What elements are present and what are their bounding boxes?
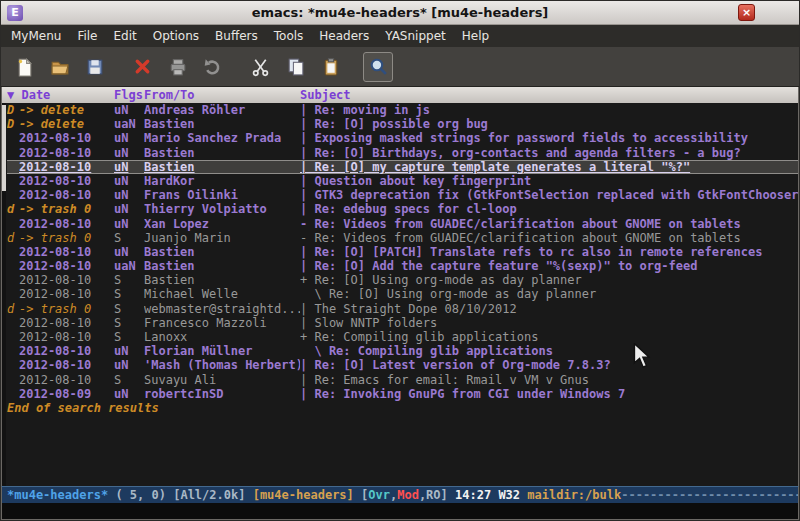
scrollbar-thumb[interactable] xyxy=(2,105,6,191)
date-cell: 2012-08-10 xyxy=(19,217,114,231)
message-row[interactable]: 2012-08-10 uN Mario Sanchez Prada | Expo… xyxy=(7,131,798,145)
message-row[interactable]: 2012-08-10 S Michael Welle \ Re: [O] Usi… xyxy=(7,287,798,301)
message-row[interactable]: 2012-08-10 uN Xan Lopez - Re: Videos fro… xyxy=(7,217,798,231)
subject-cell: | Re: edebug specs for cl-loop xyxy=(300,202,798,216)
subject-cell: + Re: Compiling glib applications xyxy=(300,330,798,344)
close-buffer-button[interactable] xyxy=(127,52,157,82)
menu-options[interactable]: Options xyxy=(145,25,207,47)
message-row[interactable]: 2012-08-10 uN HardKor | Question about k… xyxy=(7,174,798,188)
modeline-white: W32 xyxy=(498,488,527,502)
date-cell: 2012-08-10 xyxy=(19,316,114,330)
message-row[interactable]: 2012-08-10 uN Frans Oilinki | GTK3 depre… xyxy=(7,188,798,202)
modeline-cyan: Ovr xyxy=(368,488,390,502)
undo-button[interactable] xyxy=(197,52,227,82)
title-bar[interactable]: E emacs: *mu4e-headers* [mu4e-headers] × xyxy=(1,1,799,25)
menu-tools[interactable]: Tools xyxy=(266,25,312,47)
flags-cell: uN xyxy=(114,344,144,358)
mark-cell xyxy=(7,316,19,330)
message-row[interactable]: d -> trash 0 S Juanjo Marin - Re: Videos… xyxy=(7,231,798,245)
mark-cell xyxy=(7,259,19,273)
new-file-icon xyxy=(14,56,35,77)
save-button[interactable] xyxy=(79,52,109,82)
date-cell: 2012-08-10 xyxy=(19,146,114,160)
modeline-red: Mod xyxy=(397,488,419,502)
date-cell: 2012-08-10 xyxy=(19,245,114,259)
flags-cell: uN xyxy=(114,131,144,145)
message-row[interactable]: 2012-08-10 uN Bastien | Re: [O] Birthday… xyxy=(7,146,798,160)
copy-button[interactable] xyxy=(280,52,310,82)
new-file-button[interactable] xyxy=(9,52,39,82)
message-row[interactable]: 2012-08-10 uN Bastien | Re: [O] my captu… xyxy=(7,160,798,174)
from-cell: Mario Sanchez Prada xyxy=(144,131,300,145)
message-row[interactable]: 2012-08-10 S Bastien + Re: [O] Using org… xyxy=(7,273,798,287)
column-header-2[interactable]: From/To xyxy=(144,88,300,102)
mark-cell xyxy=(7,174,19,188)
from-cell: Bastien xyxy=(144,273,300,287)
from-cell: Bastien xyxy=(144,259,300,273)
message-row[interactable]: d -> trash 0 uN Thierry Volpiatto | Re: … xyxy=(7,202,798,216)
date-cell: 2012-08-10 xyxy=(19,330,114,344)
message-row[interactable]: 2012-08-10 S Suvayu Ali | Re: Emacs for … xyxy=(7,373,798,387)
menu-help[interactable]: Help xyxy=(454,25,497,47)
print-button[interactable] xyxy=(162,52,192,82)
modeline-dim: , xyxy=(390,488,397,502)
column-header-3[interactable]: Subject xyxy=(300,88,351,102)
from-cell: Xan Lopez xyxy=(144,217,300,231)
column-header-0[interactable]: ▼ Date xyxy=(7,88,114,102)
menu-mymenu[interactable]: MyMenu xyxy=(3,25,69,47)
flags-cell: S xyxy=(114,273,144,287)
modeline-orange: maildir:/bulk xyxy=(527,488,621,502)
from-cell: Frans Oilinki xyxy=(144,188,300,202)
date-cell: 2012-08-10 xyxy=(19,287,114,301)
menu-buffers[interactable]: Buffers xyxy=(207,25,266,47)
subject-cell: | Slow NNTP folders xyxy=(300,316,798,330)
echo-area[interactable] xyxy=(1,503,799,520)
column-header-1[interactable]: Flgs xyxy=(114,88,144,102)
mark-cell xyxy=(7,146,19,160)
message-row[interactable]: 2012-08-10 uN Florian Müllner \ Re: Comp… xyxy=(7,344,798,358)
subject-cell: | GTK3 deprecation fix (GtkFontSelection… xyxy=(300,188,798,202)
flags-cell: uN xyxy=(114,160,144,174)
message-row[interactable]: 2012-08-10 uaN Bastien | Re: [O] Add the… xyxy=(7,259,798,273)
date-cell: -> trash 0 xyxy=(19,231,114,245)
paste-button[interactable] xyxy=(315,52,345,82)
modeline-white: 14:27 xyxy=(455,488,498,502)
open-file-button[interactable] xyxy=(44,52,74,82)
subject-cell: | Re: [O] my capture template generates … xyxy=(300,160,798,174)
end-of-results: End of search results xyxy=(2,401,798,415)
modeline-dim: [ xyxy=(361,488,368,502)
mark-cell xyxy=(7,188,19,202)
subject-cell: | Question about key fingerprint xyxy=(300,174,798,188)
menu-file[interactable]: File xyxy=(69,25,105,47)
date-cell: 2012-08-10 xyxy=(19,273,114,287)
message-row[interactable]: D -> delete uaN Bastien | Re: [O] possib… xyxy=(7,117,798,131)
mu4e-headers-buffer[interactable]: ▼ DateFlgsFrom/ToSubject D -> delete uN … xyxy=(1,87,799,486)
subject-cell: \ Re: [O] Using org-mode as day planner xyxy=(300,287,798,301)
menu-yasnippet[interactable]: YASnippet xyxy=(377,25,454,47)
mark-cell: D xyxy=(7,103,19,117)
from-cell: Florian Müllner xyxy=(144,344,300,358)
mode-line: *mu4e-headers* ( 5, 0) [All/2.0k] [mu4e-… xyxy=(1,486,799,503)
from-cell: Bastien xyxy=(144,160,300,174)
subject-cell: | The Straight Dope 08/10/2012 xyxy=(300,302,798,316)
message-row[interactable]: 2012-08-10 S Francesco Mazzoli | Slow NN… xyxy=(7,316,798,330)
cut-button[interactable] xyxy=(245,52,275,82)
close-window-button[interactable]: × xyxy=(738,4,755,21)
mark-cell xyxy=(7,273,19,287)
scrollbar[interactable] xyxy=(2,103,6,486)
from-cell: HardKor xyxy=(144,174,300,188)
message-row[interactable]: 2012-08-10 uN 'Mash (Thomas Herbert) | R… xyxy=(7,358,798,372)
message-row[interactable]: 2012-08-09 uN robertcInSD | Re: Invoking… xyxy=(7,387,798,401)
message-row[interactable]: D -> delete uN Andreas Röhler | Re: movi… xyxy=(7,103,798,117)
message-row[interactable]: 2012-08-10 S Lanoxx + Re: Compiling glib… xyxy=(7,330,798,344)
copy-icon xyxy=(285,56,306,77)
from-cell: Thierry Volpiatto xyxy=(144,202,300,216)
mark-cell xyxy=(7,344,19,358)
menu-edit[interactable]: Edit xyxy=(106,25,145,47)
search-button[interactable] xyxy=(363,52,393,82)
emacs-window: E emacs: *mu4e-headers* [mu4e-headers] ×… xyxy=(0,0,800,521)
message-row[interactable]: d -> trash 0 S webmaster@straightd... | … xyxy=(7,302,798,316)
menu-headers[interactable]: Headers xyxy=(311,25,377,47)
mark-cell: D xyxy=(7,117,19,131)
message-row[interactable]: 2012-08-10 uN Bastien | Re: [O] [PATCH] … xyxy=(7,245,798,259)
